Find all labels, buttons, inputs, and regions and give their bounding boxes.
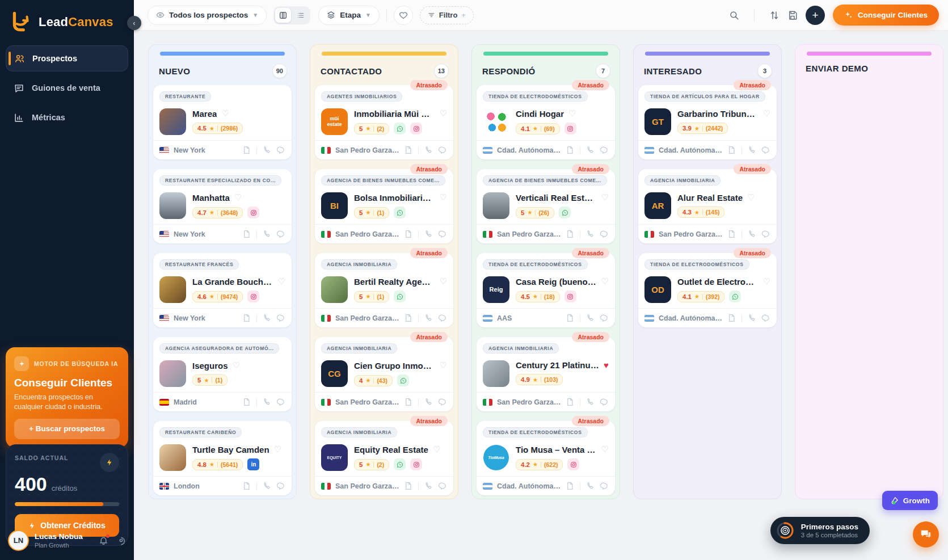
phone-icon[interactable] xyxy=(263,398,271,406)
company-name[interactable]: Bolsa Inmobiliaria San Pe... xyxy=(354,193,435,203)
whatsapp-icon[interactable] xyxy=(394,458,406,470)
prospect-card[interactable]: Atrasado AGENCIA INMOBILIARIA Bertil Rea… xyxy=(315,253,453,327)
company-name[interactable]: Cindi Hogar xyxy=(516,109,564,119)
instagram-icon[interactable] xyxy=(247,207,259,218)
favorite-heart-icon[interactable]: ♡ xyxy=(278,276,285,287)
notes-icon[interactable] xyxy=(566,146,574,154)
favorite-heart-icon[interactable]: ♡ xyxy=(440,360,447,370)
phone-icon[interactable] xyxy=(424,482,433,490)
favorite-heart-icon[interactable]: ♡ xyxy=(234,192,242,203)
chat-icon[interactable] xyxy=(762,230,770,238)
favorite-heart-icon[interactable]: ♡ xyxy=(440,276,447,287)
company-name[interactable]: Garbarino Tribunales xyxy=(677,109,759,119)
chat-icon[interactable] xyxy=(439,482,447,490)
filter-button[interactable]: Filtro + xyxy=(420,6,474,24)
chat-icon[interactable] xyxy=(600,482,609,490)
whatsapp-icon[interactable] xyxy=(559,207,571,218)
prospect-card[interactable]: Atrasado TIENDA DE ELECTRODOMÉSTICOS OD … xyxy=(638,253,777,327)
notes-icon[interactable] xyxy=(242,482,251,490)
instagram-icon[interactable] xyxy=(567,458,579,470)
company-name[interactable]: Equity Real Estate xyxy=(354,445,428,454)
prospect-card[interactable]: Atrasado TIENDA DE ELECTRODOMÉSTICOS Rei… xyxy=(477,253,615,327)
phone-icon[interactable] xyxy=(586,146,595,154)
company-name[interactable]: Outlet de Electrodomésti... xyxy=(677,277,759,287)
prospect-card[interactable]: RESTAURANTE Marea ♡ 4.5★(2986) New York xyxy=(153,85,292,159)
prospect-card[interactable]: RESTAURANTE CARIBEÑO Turtle Bay Camden ♡… xyxy=(153,421,292,495)
phone-icon[interactable] xyxy=(748,314,756,322)
sort-icon[interactable] xyxy=(769,10,780,20)
save-icon[interactable] xyxy=(787,10,798,20)
chat-icon[interactable] xyxy=(762,146,770,154)
conseguir-clientes-button[interactable]: Conseguir Clientes xyxy=(833,5,939,26)
prospect-card[interactable]: Atrasado AGENCIA INMOBILIARIA AR Alur Re… xyxy=(638,169,777,243)
phone-icon[interactable] xyxy=(424,230,433,238)
company-name[interactable]: Turtle Bay Camden xyxy=(192,445,269,454)
favorite-heart-icon[interactable]: ♡ xyxy=(747,192,755,203)
settings-gear-icon[interactable] xyxy=(116,536,126,545)
prospect-card[interactable]: Atrasado AGENCIA DE BIENES INMUEBLES COM… xyxy=(477,169,615,243)
prospect-view-dropdown[interactable]: Todos los prospectos ▼ xyxy=(148,6,267,25)
buscar-prospectos-button[interactable]: + Buscar prospectos xyxy=(14,419,120,439)
chat-icon[interactable] xyxy=(439,230,447,238)
chat-icon[interactable] xyxy=(277,314,285,322)
whatsapp-icon[interactable] xyxy=(394,290,406,302)
prospect-card[interactable]: Atrasado AGENTES INMOBILIARIOS müi estat… xyxy=(315,85,453,159)
add-prospect-button[interactable]: + xyxy=(806,6,825,25)
company-name[interactable]: Century 21 Platinum Real... xyxy=(516,360,599,370)
phone-icon[interactable] xyxy=(586,398,595,406)
notes-icon[interactable] xyxy=(242,230,251,238)
favorite-heart-icon[interactable]: ♥ xyxy=(604,360,609,370)
company-name[interactable]: La Grande Boucherie xyxy=(192,277,273,287)
favorite-heart-icon[interactable]: ♡ xyxy=(274,444,281,454)
phone-icon[interactable] xyxy=(263,314,271,322)
company-name[interactable]: Manhatta xyxy=(192,193,230,203)
sidebar-collapse-button[interactable]: ‹ xyxy=(127,16,141,30)
chat-icon[interactable] xyxy=(600,230,609,238)
favorite-heart-icon[interactable]: ♡ xyxy=(601,444,609,454)
onboarding-widget[interactable]: Primeros pasos 3 de 5 completados xyxy=(770,517,870,544)
chat-icon[interactable] xyxy=(277,482,285,490)
growth-button[interactable]: Growth xyxy=(882,491,938,510)
phone-icon[interactable] xyxy=(748,146,756,154)
favorite-heart-icon[interactable]: ♡ xyxy=(221,108,229,119)
chat-icon[interactable] xyxy=(439,146,447,154)
notes-icon[interactable] xyxy=(727,230,736,238)
search-icon[interactable] xyxy=(729,10,739,20)
favorite-heart-icon[interactable]: ♡ xyxy=(601,192,609,203)
phone-icon[interactable] xyxy=(424,146,433,154)
prospect-card[interactable]: AGENCIA ASEGURADORA DE AUTOMÓ... Iseguro… xyxy=(153,337,292,411)
whatsapp-icon[interactable] xyxy=(394,207,406,218)
phone-icon[interactable] xyxy=(748,230,756,238)
chat-icon[interactable] xyxy=(277,398,285,406)
phone-icon[interactable] xyxy=(586,314,595,322)
favorite-heart-icon[interactable]: ♡ xyxy=(763,276,770,287)
company-name[interactable]: Cien Grupo Inmobiliario xyxy=(354,361,435,370)
chat-icon[interactable] xyxy=(600,146,609,154)
whatsapp-icon[interactable] xyxy=(394,123,406,134)
notes-icon[interactable] xyxy=(404,482,412,490)
phone-icon[interactable] xyxy=(424,398,433,406)
phone-icon[interactable] xyxy=(263,482,271,490)
prospect-card[interactable]: RESTAURANTE FRANCÉS La Grande Boucherie … xyxy=(153,253,292,327)
favorite-heart-icon[interactable]: ♡ xyxy=(233,360,240,370)
instagram-icon[interactable] xyxy=(564,123,576,134)
whatsapp-icon[interactable] xyxy=(397,374,409,386)
notes-icon[interactable] xyxy=(566,314,574,322)
notifications-bell-icon[interactable] xyxy=(99,536,108,545)
list-view-button[interactable] xyxy=(293,8,309,23)
company-name[interactable]: Casa Reig (buenos Aires) xyxy=(516,277,597,287)
prospect-card[interactable]: Atrasado TIENDA DE ELECTRODOMÉSTICOS Cin… xyxy=(477,85,615,159)
notes-icon[interactable] xyxy=(242,314,251,322)
company-name[interactable]: Marea xyxy=(192,109,217,119)
chat-icon[interactable] xyxy=(439,398,447,406)
notes-icon[interactable] xyxy=(727,146,736,154)
phone-icon[interactable] xyxy=(586,482,595,490)
instagram-icon[interactable] xyxy=(564,290,576,302)
notes-icon[interactable] xyxy=(566,398,574,406)
notes-icon[interactable] xyxy=(404,314,412,322)
chat-icon[interactable] xyxy=(277,146,285,154)
favorite-heart-icon[interactable]: ♡ xyxy=(433,444,440,454)
prospect-card[interactable]: Atrasado AGENCIA INMOBILIARIA CG Cien Gr… xyxy=(315,337,453,411)
phone-icon[interactable] xyxy=(424,314,433,322)
company-name[interactable]: Verticali Real Estate xyxy=(516,193,597,203)
